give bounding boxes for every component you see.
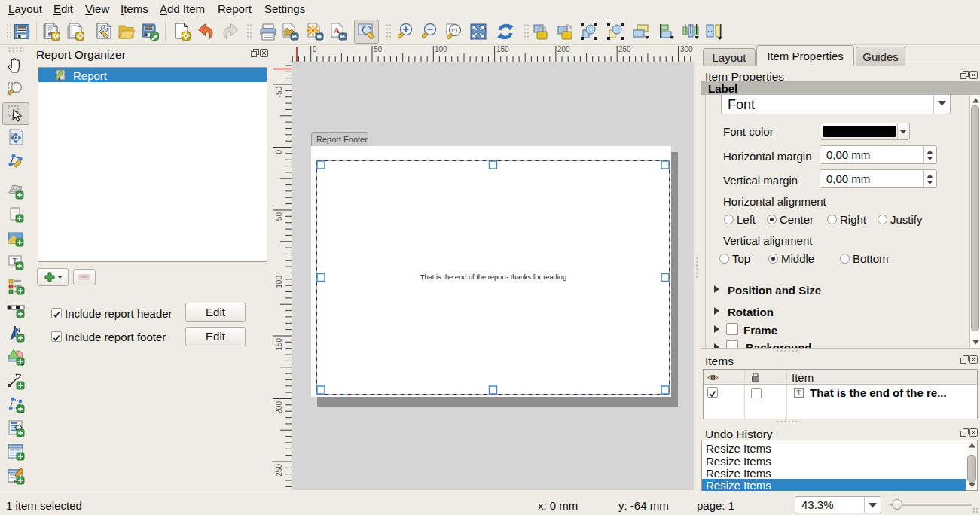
svg-text:0: 0 <box>313 45 317 53</box>
svg-text:100: 100 <box>435 45 447 53</box>
svg-text:250: 250 <box>275 464 283 477</box>
svg-text:250: 250 <box>618 45 631 53</box>
svg-text:200: 200 <box>557 45 570 53</box>
svg-text:50: 50 <box>374 45 383 53</box>
svg-text:A: A <box>334 26 340 35</box>
svg-text:150: 150 <box>275 338 283 351</box>
svg-text:N: N <box>16 327 20 334</box>
svg-text:300: 300 <box>680 45 693 53</box>
svg-text:1:1: 1:1 <box>451 28 459 33</box>
svg-text:-50: -50 <box>275 87 283 98</box>
svg-text:200: 200 <box>275 401 283 414</box>
svg-text:0: 0 <box>275 150 283 154</box>
svg-text:150: 150 <box>496 45 509 53</box>
svg-text:50: 50 <box>275 212 283 221</box>
svg-text:100: 100 <box>275 276 283 288</box>
